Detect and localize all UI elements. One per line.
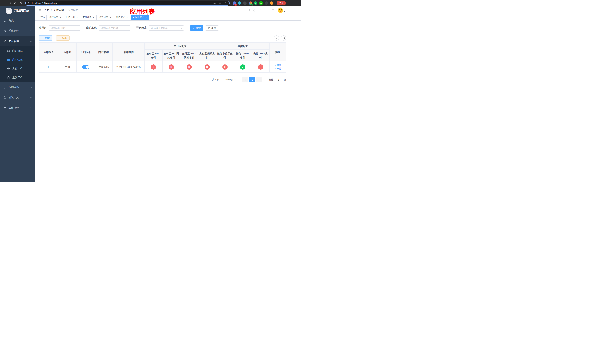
browser-home-button[interactable] xyxy=(19,1,23,6)
page-number-1[interactable]: 1 xyxy=(249,77,255,82)
user-menu[interactable] xyxy=(278,7,285,13)
toggle-search-button[interactable] xyxy=(274,35,279,41)
app-name-input[interactable] xyxy=(49,25,80,31)
close-icon[interactable]: × xyxy=(145,16,147,19)
breadcrumb-home[interactable]: 首页 xyxy=(44,9,49,12)
goto-page-input[interactable] xyxy=(275,77,282,82)
extension-check-icon[interactable]: ✓ xyxy=(254,1,257,5)
tab-merchant-info[interactable]: 商户信息× xyxy=(114,15,130,20)
app-logo-row[interactable]: 芋道管理系统 xyxy=(0,6,35,15)
sidebar-item-home[interactable]: 首页 xyxy=(0,15,35,26)
sidebar-item-app-info[interactable]: 应用信息 xyxy=(0,55,35,64)
sidebar-item-merchant-info[interactable]: 商户信息 xyxy=(0,46,35,55)
browser-back-button[interactable] xyxy=(2,1,7,6)
sidebar-item-refund-order[interactable]: 退款订单 xyxy=(0,73,35,82)
config-status-badge: × xyxy=(187,64,192,70)
status-select[interactable]: 请选择开启状态 xyxy=(149,25,184,31)
tab-process-form[interactable]: 流程表单× xyxy=(48,15,63,20)
password-key-icon[interactable] xyxy=(213,2,216,5)
browser-forward-button[interactable] xyxy=(7,1,12,6)
refresh-icon xyxy=(282,37,285,39)
delete-button[interactable]: 删除 xyxy=(274,67,281,70)
edit-icon xyxy=(274,64,277,66)
close-icon[interactable]: × xyxy=(126,16,128,19)
status-label: 开启状态 xyxy=(136,26,147,30)
app-title: 芋道管理系统 xyxy=(13,9,29,12)
plus-icon xyxy=(42,37,44,39)
page-content: 应用名 商户名称 开启状态 请选择开启状态 搜索 xyxy=(35,21,301,182)
close-icon[interactable]: × xyxy=(109,16,112,19)
merchant-name-label: 商户名称 xyxy=(86,26,97,30)
search-icon xyxy=(275,37,278,39)
fullscreen-icon[interactable] xyxy=(266,9,269,12)
sidebar-item-workflow[interactable]: 工作流程 xyxy=(0,103,35,113)
prev-page-button[interactable]: ‹ xyxy=(242,77,248,82)
sidebar-item-payment[interactable]: 支付管理 xyxy=(0,36,35,46)
cell-app-id: 6 xyxy=(39,62,58,73)
breadcrumb-payment[interactable]: 支付管理 xyxy=(54,9,64,12)
column-header: 微信 JSAPI 支付 xyxy=(234,50,252,62)
group-header-alipay: 支付宝配置 xyxy=(145,43,216,50)
edit-button[interactable]: 修改 xyxy=(274,64,281,67)
sidebar-item-devtools[interactable]: 研发工具 xyxy=(0,92,35,103)
tab-home[interactable]: 首页 xyxy=(39,15,47,20)
sidebar-item-system[interactable]: 系统管理 xyxy=(0,26,35,36)
column-header: 应用名 xyxy=(58,43,77,62)
cell-operations: 修改 删除 xyxy=(269,62,286,73)
merchant-name-input[interactable] xyxy=(99,25,130,31)
column-header: 应用编号 xyxy=(39,43,58,62)
browser-update-button[interactable]: 更新 xyxy=(277,1,286,5)
toggle-knob xyxy=(86,65,89,68)
search-icon[interactable] xyxy=(247,9,250,12)
extension-badge: 10 xyxy=(234,4,237,6)
address-bar[interactable]: localhost:1024/pay/app xyxy=(26,1,229,5)
refresh-icon xyxy=(208,27,210,29)
yen-icon xyxy=(3,40,6,43)
extension-puzzle-icon[interactable]: 10 xyxy=(233,1,236,5)
tab-user-group[interactable]: 用户分组× xyxy=(64,15,80,20)
sidebar-item-infrastructure[interactable]: 基础设施 xyxy=(0,82,35,92)
extension-drop-icon[interactable] xyxy=(238,1,241,5)
extension-chat-icon[interactable]: ▣ xyxy=(259,1,263,5)
chevron-down-icon xyxy=(30,107,32,109)
browser-menu-icon[interactable] xyxy=(288,1,291,5)
page-size-select[interactable]: 10条/页 xyxy=(222,77,239,82)
sidebar-item-pay-order[interactable]: 支付订单 xyxy=(0,64,35,73)
search-button[interactable]: 搜索 xyxy=(190,25,204,31)
export-button[interactable]: 导出 xyxy=(56,35,70,41)
font-size-icon[interactable] xyxy=(272,9,275,12)
extension-face-icon[interactable] xyxy=(270,1,273,5)
table-row: 6 芋道 芋道源码 2021-10-23 08:49:25 × × × × × … xyxy=(39,62,286,73)
close-icon[interactable]: × xyxy=(59,16,62,19)
github-icon[interactable] xyxy=(253,9,257,12)
config-status-badge: × xyxy=(151,64,156,70)
column-header: 支付宝扫码支付 xyxy=(198,50,216,62)
tab-refund-order[interactable]: 退款订单× xyxy=(97,15,113,20)
reset-button[interactable]: 重置 xyxy=(205,25,219,31)
next-page-button[interactable]: › xyxy=(256,77,262,82)
filter-form: 应用名 商户名称 开启状态 请选择开启状态 搜索 xyxy=(39,25,286,31)
extension-pin-icon[interactable] xyxy=(265,1,268,5)
chevron-down-icon xyxy=(30,96,32,98)
avatar xyxy=(278,7,283,13)
sidebar-toggle-icon[interactable] xyxy=(35,6,44,14)
top-navbar: 首页 支付管理 应用信息 xyxy=(35,6,301,14)
tab-app-info[interactable]: 应用信息× xyxy=(131,15,149,20)
browser-reload-button[interactable] xyxy=(13,1,18,6)
site-info-icon[interactable] xyxy=(28,2,31,4)
extension-dark-icon[interactable] xyxy=(243,1,247,5)
config-status-badge: × xyxy=(258,64,263,70)
tab-pay-order[interactable]: 支付订单× xyxy=(81,15,97,20)
bookmark-star-icon[interactable] xyxy=(224,2,227,5)
extension-avatar-icon[interactable]: 1 xyxy=(249,1,252,5)
share-icon[interactable] xyxy=(219,2,221,4)
breadcrumb-separator xyxy=(65,9,66,12)
dashboard-icon xyxy=(3,19,6,22)
close-icon[interactable]: × xyxy=(76,16,78,19)
add-button[interactable]: 新增 xyxy=(39,35,52,41)
close-icon[interactable]: × xyxy=(92,16,95,19)
page-suffix-label: 页 xyxy=(284,78,286,81)
status-toggle[interactable] xyxy=(82,65,89,69)
help-icon[interactable] xyxy=(259,9,263,12)
refresh-button[interactable] xyxy=(281,35,286,41)
